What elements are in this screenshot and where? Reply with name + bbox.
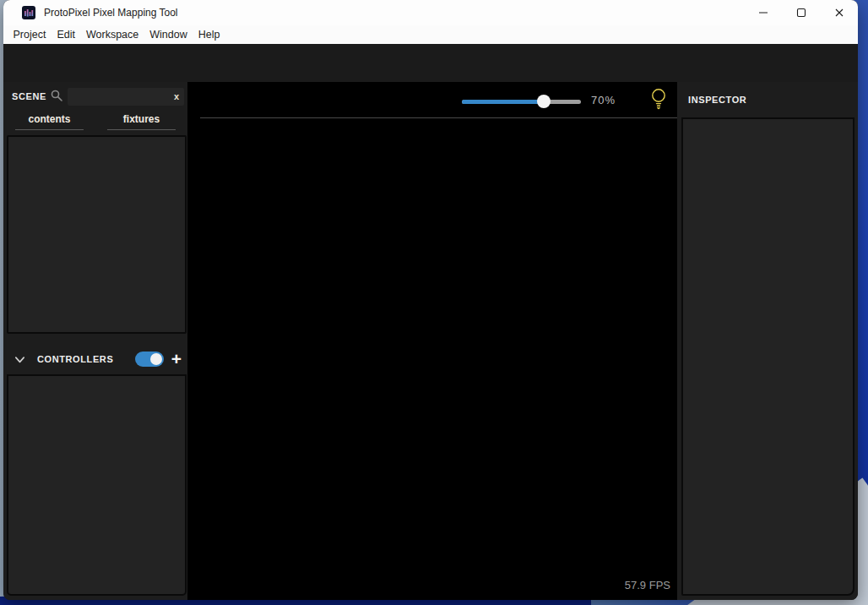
- add-controller-button[interactable]: +: [167, 346, 186, 372]
- tab-fixtures[interactable]: fixtures: [95, 112, 187, 130]
- controllers-label: CONTROLLERS: [37, 346, 113, 372]
- toggle-knob: [150, 353, 162, 365]
- menu-help[interactable]: Help: [193, 25, 225, 44]
- title-bar[interactable]: ProtoPixel Pixel Mapping Tool: [3, 0, 858, 25]
- scene-sidebar: SCENE x contents fixtures CONTROLLERS: [3, 82, 187, 600]
- tab-underline: [107, 129, 176, 130]
- search-icon: [50, 89, 63, 102]
- controllers-toggle[interactable]: [135, 352, 164, 367]
- brightness-knob[interactable]: [537, 95, 551, 108]
- scene-search-input[interactable]: [68, 88, 184, 106]
- scene-label: SCENE: [12, 91, 46, 101]
- controllers-header: CONTROLLERS +: [3, 346, 187, 372]
- brightness-slider[interactable]: [462, 100, 581, 104]
- search-clear-button[interactable]: x: [174, 90, 179, 103]
- menu-edit[interactable]: Edit: [52, 25, 81, 44]
- tab-contents-label: contents: [28, 113, 70, 125]
- tab-contents[interactable]: contents: [3, 112, 95, 130]
- menu-bar: Project Edit Workspace Window Help: [3, 25, 858, 44]
- light-toggle-button[interactable]: [649, 87, 668, 113]
- inspector-panel[interactable]: [681, 117, 854, 596]
- mapping-canvas[interactable]: 70% 57.9 FPS: [187, 82, 677, 600]
- window-title: ProtoPixel Pixel Mapping Tool: [44, 7, 178, 19]
- scene-list-panel[interactable]: [7, 135, 187, 334]
- tab-underline: [15, 129, 84, 130]
- inspector-sidebar: INSPECTOR: [677, 82, 858, 600]
- inspector-title: INSPECTOR: [688, 95, 746, 105]
- menu-window[interactable]: Window: [144, 25, 193, 44]
- scene-search: x: [68, 88, 184, 106]
- canvas-header-divider: [200, 117, 677, 118]
- controllers-list-panel[interactable]: [7, 374, 187, 596]
- window-controls: [744, 0, 858, 25]
- maximize-icon: [796, 8, 806, 18]
- toolbar: Fixtures Contents: [3, 44, 858, 82]
- scene-tabs: contents fixtures: [3, 112, 187, 130]
- minimize-button[interactable]: [744, 0, 782, 25]
- fps-counter: 57.9 FPS: [625, 579, 670, 591]
- chevron-down-icon[interactable]: [14, 353, 26, 366]
- tab-fixtures-label: fixtures: [123, 113, 160, 125]
- menu-project[interactable]: Project: [8, 25, 52, 44]
- minimize-icon: [758, 8, 768, 18]
- close-icon: [834, 8, 844, 18]
- lightbulb-icon: [649, 87, 668, 111]
- brightness-percent: 70%: [591, 94, 616, 106]
- app-logo-icon: [22, 6, 35, 19]
- maximize-button[interactable]: [782, 0, 820, 25]
- app-window: ProtoPixel Pixel Mapping Tool Project Ed…: [3, 0, 858, 600]
- brightness-fill: [462, 100, 545, 104]
- menu-workspace[interactable]: Workspace: [80, 25, 144, 44]
- close-button[interactable]: [820, 0, 858, 25]
